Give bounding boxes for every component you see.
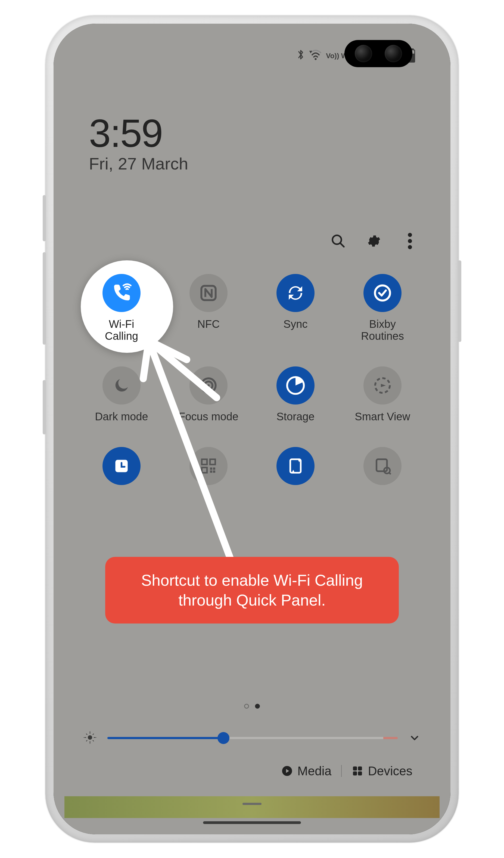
more-button[interactable] xyxy=(402,233,418,249)
wifi-icon xyxy=(309,49,322,63)
settings-button[interactable] xyxy=(366,233,382,249)
divider xyxy=(341,765,342,777)
svg-point-4 xyxy=(408,239,412,243)
tile-wifi-calling[interactable]: Wi-Fi Calling xyxy=(83,274,160,342)
panel-handle[interactable] xyxy=(243,803,261,805)
bluetooth-icon xyxy=(296,48,305,64)
svg-line-24 xyxy=(389,472,391,474)
devices-label: Devices xyxy=(368,764,412,778)
svg-line-31 xyxy=(93,740,94,741)
svg-rect-41 xyxy=(353,772,357,776)
secure-folder-icon xyxy=(276,447,314,485)
svg-rect-39 xyxy=(353,767,357,771)
annotation-text: Shortcut to enable Wi-Fi Calling through… xyxy=(141,571,363,609)
tile-label: Dark mode xyxy=(95,411,148,423)
camera-cutout xyxy=(344,40,412,67)
dark-mode-icon xyxy=(102,366,141,404)
bottom-controls: Media Devices xyxy=(53,764,451,778)
svg-line-30 xyxy=(86,734,87,735)
page-dot-2[interactable] xyxy=(255,704,260,709)
tile-label: NFC xyxy=(197,318,220,330)
page-dot-1[interactable] xyxy=(244,704,249,709)
tile-focus-mode[interactable]: Focus mode xyxy=(170,366,247,423)
tile-label: Bixby Routines xyxy=(361,318,404,342)
svg-rect-40 xyxy=(358,767,362,771)
clock-tile-icon xyxy=(102,447,141,485)
svg-rect-22 xyxy=(376,459,387,471)
svg-rect-17 xyxy=(210,467,212,470)
svg-point-3 xyxy=(408,233,412,237)
quick-tiles-grid: Wi-Fi Calling NFC Sync Bixby Routines xyxy=(83,274,421,485)
wallpaper-strip xyxy=(64,796,440,818)
navigation-bar[interactable] xyxy=(203,821,301,824)
tile-label: Focus mode xyxy=(179,411,239,423)
wifi-calling-icon xyxy=(102,274,141,312)
svg-point-0 xyxy=(314,58,316,60)
tile-qr-code[interactable] xyxy=(170,447,247,485)
bixby-button[interactable] xyxy=(43,380,46,434)
svg-line-32 xyxy=(86,740,87,741)
tile-dark-mode[interactable]: Dark mode xyxy=(83,366,160,423)
clock-time: 3:59 xyxy=(89,111,188,156)
svg-rect-42 xyxy=(358,772,362,776)
quick-panel-actions xyxy=(330,233,418,249)
front-camera-2 xyxy=(385,45,402,62)
page-indicator xyxy=(53,704,451,709)
svg-point-34 xyxy=(90,731,90,732)
tile-smart-view[interactable]: Smart View xyxy=(344,366,421,423)
devices-button[interactable]: Devices xyxy=(352,764,412,778)
brightness-slider-row xyxy=(83,731,421,745)
tile-nfc[interactable]: NFC xyxy=(170,274,247,342)
nfc-icon xyxy=(190,274,228,312)
brightness-thumb[interactable] xyxy=(217,732,229,744)
svg-point-37 xyxy=(96,737,96,738)
brightness-slider[interactable] xyxy=(108,737,398,739)
svg-point-10 xyxy=(207,384,210,387)
storage-icon xyxy=(276,366,314,404)
clock-date: Fri, 27 March xyxy=(89,154,188,173)
svg-rect-20 xyxy=(213,467,215,470)
phone-screen: Vo)) WiFi1 72% 3:59 Fri, 27 March xyxy=(53,24,451,834)
svg-point-25 xyxy=(88,735,92,740)
svg-point-36 xyxy=(84,737,84,738)
quick-panel-clock: 3:59 Fri, 27 March xyxy=(89,111,188,173)
smart-view-icon xyxy=(363,366,402,404)
volume-up-button[interactable] xyxy=(43,195,46,241)
svg-rect-16 xyxy=(202,467,207,473)
annotation-bubble: Shortcut to enable Wi-Fi Calling through… xyxy=(105,557,399,623)
tile-sync[interactable]: Sync xyxy=(257,274,334,342)
svg-line-2 xyxy=(340,243,344,247)
media-button[interactable]: Media xyxy=(281,764,331,778)
svg-point-5 xyxy=(408,245,412,249)
phone-frame: Vo)) WiFi1 72% 3:59 Fri, 27 March xyxy=(45,16,459,842)
tile-bixby-routines[interactable]: Bixby Routines xyxy=(344,274,421,342)
tile-label: Storage xyxy=(276,411,314,423)
svg-rect-14 xyxy=(202,459,207,464)
tile-nearby-share[interactable] xyxy=(344,447,421,485)
volume-down-button[interactable] xyxy=(43,252,46,345)
tile-label: Smart View xyxy=(355,411,410,423)
nearby-share-icon xyxy=(363,447,402,485)
sync-icon xyxy=(276,274,314,312)
media-label: Media xyxy=(297,764,331,778)
svg-rect-15 xyxy=(210,459,215,464)
tile-secure-folder[interactable] xyxy=(257,447,334,485)
brightness-icon xyxy=(83,731,97,745)
tile-label: Wi-Fi Calling xyxy=(105,318,138,342)
svg-rect-18 xyxy=(213,471,215,473)
tile-label: Sync xyxy=(283,318,308,330)
tile-clock[interactable] xyxy=(83,447,160,485)
focus-mode-icon xyxy=(190,366,228,404)
expand-brightness-button[interactable] xyxy=(409,732,421,744)
svg-rect-19 xyxy=(210,471,212,473)
svg-line-33 xyxy=(93,734,94,735)
qr-code-icon xyxy=(190,447,228,485)
bixby-routines-icon xyxy=(363,274,402,312)
power-button[interactable] xyxy=(458,260,461,342)
search-button[interactable] xyxy=(330,233,346,249)
front-camera-1 xyxy=(355,45,372,62)
svg-point-35 xyxy=(90,743,90,744)
tile-storage[interactable]: Storage xyxy=(257,366,334,423)
